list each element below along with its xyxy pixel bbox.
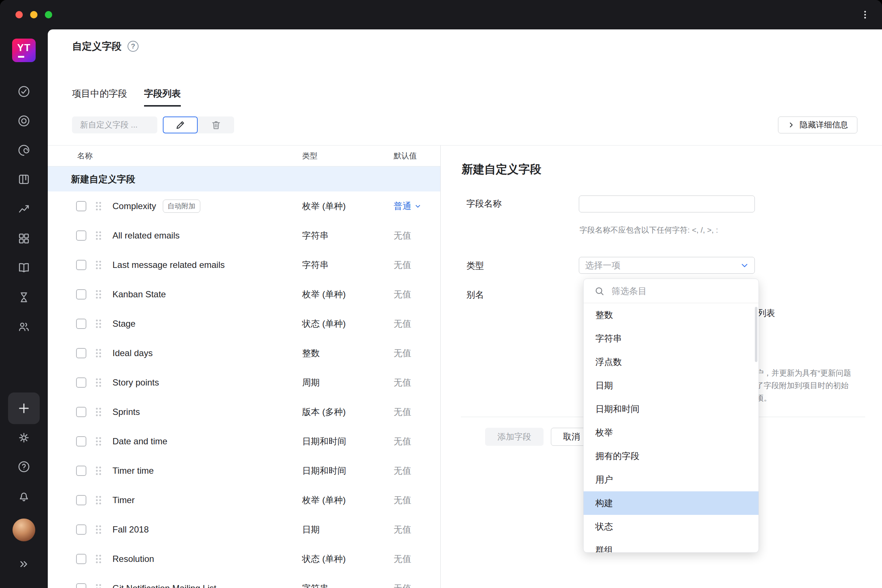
drag-handle-icon[interactable] [96, 290, 101, 299]
row-checkbox[interactable] [76, 495, 86, 506]
dropdown-option[interactable]: 日期 [584, 374, 759, 397]
row-default[interactable]: 无值 [394, 494, 411, 506]
row-default[interactable]: 普通 [394, 200, 422, 212]
table-row[interactable]: Kanban State 枚举 (单种) 无值 [48, 280, 440, 309]
dropdown-option[interactable]: 用户 [584, 468, 759, 491]
apps-icon[interactable] [17, 232, 30, 245]
table-row[interactable]: Stage 状态 (单种) 无值 [48, 309, 440, 339]
drag-handle-icon[interactable] [96, 525, 101, 534]
drag-handle-icon[interactable] [96, 408, 101, 416]
knowledge-base-icon[interactable] [17, 261, 30, 274]
row-checkbox[interactable] [76, 260, 86, 270]
row-default[interactable]: 无值 [394, 582, 411, 588]
table-row[interactable]: Date and time 日期和时间 无值 [48, 427, 440, 456]
dropdown-option[interactable]: 群组 [584, 538, 759, 553]
row-default[interactable]: 无值 [394, 524, 411, 536]
timesheet-icon[interactable] [17, 291, 30, 304]
dropdown-option[interactable]: 构建 [584, 491, 759, 515]
row-default[interactable]: 无值 [394, 259, 411, 271]
row-checkbox[interactable] [76, 466, 86, 476]
table-row[interactable]: Timer time 日期和时间 无值 [48, 456, 440, 486]
row-checkbox[interactable] [76, 554, 86, 564]
table-row[interactable]: All related emails 字符串 无值 [48, 221, 440, 250]
column-header-default[interactable]: 默认值 [394, 151, 417, 161]
kebab-menu-icon[interactable] [858, 8, 872, 21]
field-name-input[interactable] [579, 195, 755, 212]
new-custom-field-button[interactable]: 新自定义字段 ... [72, 117, 157, 134]
row-checkbox[interactable] [76, 230, 86, 241]
row-checkbox[interactable] [76, 407, 86, 417]
type-select[interactable]: 选择一项 [579, 257, 755, 274]
row-default[interactable]: 无值 [394, 553, 411, 565]
reports-icon[interactable] [17, 202, 30, 215]
drag-handle-icon[interactable] [96, 378, 101, 387]
settings-gear-icon[interactable] [17, 431, 30, 444]
row-checkbox[interactable] [76, 348, 86, 358]
drag-handle-icon[interactable] [96, 202, 101, 211]
drag-handle-icon[interactable] [96, 320, 101, 328]
row-default[interactable]: 无值 [394, 376, 411, 388]
row-checkbox[interactable] [76, 436, 86, 447]
zoom-window-button[interactable] [45, 11, 52, 18]
row-default[interactable]: 无值 [394, 230, 411, 242]
user-avatar[interactable] [12, 519, 35, 542]
drag-handle-icon[interactable] [96, 584, 101, 588]
tab[interactable]: 字段列表 [144, 87, 181, 106]
column-header-type[interactable]: 类型 [302, 151, 318, 161]
issues-icon[interactable] [17, 85, 30, 98]
row-checkbox[interactable] [76, 583, 86, 588]
table-row[interactable]: Ideal days 整数 无值 [48, 339, 440, 368]
table-row[interactable]: Resolution 状态 (单种) 无值 [48, 544, 440, 574]
youtrack-logo[interactable]: YT [12, 39, 36, 62]
help-circle-icon[interactable] [17, 460, 30, 473]
add-button[interactable] [8, 393, 40, 424]
hide-details-button[interactable]: 隐藏详细信息 [778, 117, 857, 134]
new-field-row[interactable]: 新建自定义字段 [48, 166, 440, 192]
delete-button[interactable] [198, 117, 234, 134]
support-icon[interactable] [17, 144, 30, 157]
collapse-sidebar-icon[interactable] [17, 558, 30, 571]
row-default[interactable]: 无值 [394, 465, 411, 477]
dropdown-option[interactable]: 状态 [584, 515, 759, 538]
drag-handle-icon[interactable] [96, 349, 101, 358]
row-checkbox[interactable] [76, 201, 86, 212]
dropdown-option[interactable]: 浮点数 [584, 350, 759, 374]
minimize-window-button[interactable] [30, 11, 38, 18]
row-default[interactable]: 无值 [394, 406, 411, 418]
table-row[interactable]: Complexity 自动附加 枚举 (单种) 普通 [48, 192, 440, 221]
drag-handle-icon[interactable] [96, 437, 101, 446]
row-default[interactable]: 无值 [394, 435, 411, 447]
table-row[interactable]: Last message related emails 字符串 无值 [48, 250, 440, 280]
drag-handle-icon[interactable] [96, 496, 101, 505]
row-default[interactable]: 无值 [394, 318, 411, 330]
agile-board-icon[interactable] [17, 173, 30, 186]
row-checkbox[interactable] [76, 377, 86, 388]
row-default[interactable]: 无值 [394, 288, 411, 300]
add-field-button[interactable]: 添加字段 [485, 428, 543, 446]
row-checkbox[interactable] [76, 289, 86, 300]
dropdown-option[interactable]: 枚举 [584, 421, 759, 444]
drag-handle-icon[interactable] [96, 261, 101, 269]
drag-handle-icon[interactable] [96, 555, 101, 563]
drag-handle-icon[interactable] [96, 467, 101, 475]
dashboards-icon[interactable] [17, 114, 30, 128]
dropdown-option[interactable]: 拥有的字段 [584, 444, 759, 468]
dropdown-search-input[interactable] [612, 286, 759, 296]
dropdown-option[interactable]: 日期和时间 [584, 397, 759, 421]
dropdown-option[interactable]: 整数 [584, 303, 759, 327]
row-checkbox[interactable] [76, 319, 86, 329]
row-default[interactable]: 无值 [394, 347, 411, 359]
close-window-button[interactable] [15, 11, 23, 18]
dropdown-option[interactable]: 字符串 [584, 327, 759, 350]
table-row[interactable]: Git Notification Mailing List 字符串 无值 [48, 574, 440, 588]
row-checkbox[interactable] [76, 524, 86, 535]
column-header-name[interactable]: 名称 [77, 151, 93, 161]
table-row[interactable]: Timer 枚举 (单种) 无值 [48, 486, 440, 515]
edit-button[interactable] [163, 117, 198, 134]
team-icon[interactable] [17, 320, 30, 333]
table-row[interactable]: Fall 2018 日期 无值 [48, 515, 440, 544]
notifications-bell-icon[interactable] [17, 489, 30, 503]
drag-handle-icon[interactable] [96, 231, 101, 240]
tab[interactable]: 项目中的字段 [72, 87, 127, 106]
scrollbar-thumb[interactable] [755, 307, 758, 362]
